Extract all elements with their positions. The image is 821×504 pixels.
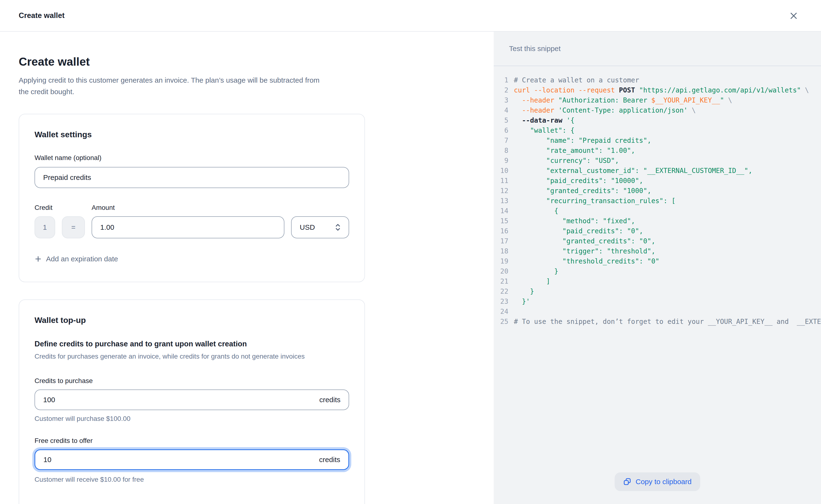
free-helper-text: Customer will receive $10.00 for free xyxy=(35,475,349,484)
close-icon xyxy=(789,11,798,21)
code-line: 19 "threshold_credits": "0" xyxy=(500,256,821,266)
purchase-helper-text: Customer will purchase $100.00 xyxy=(35,414,349,423)
dialog-title: Create wallet xyxy=(19,11,64,20)
code-line: 13 "recurring_transaction_rules": [ xyxy=(500,196,821,206)
code-line: 7 "name": "Prepaid credits", xyxy=(500,136,821,146)
wallet-name-input[interactable] xyxy=(35,167,349,188)
code-line: 15 "method": "fixed", xyxy=(500,216,821,226)
credit-label: Credit xyxy=(35,203,55,212)
close-button[interactable] xyxy=(787,9,801,23)
page-description: Applying credit to this customer generat… xyxy=(19,74,365,97)
code-line: 24 xyxy=(500,307,821,317)
wallet-name-label: Wallet name (optional) xyxy=(35,154,349,162)
wallet-topup-note: Credits for purchases generate an invoic… xyxy=(35,352,349,361)
credits-to-purchase-value[interactable] xyxy=(43,396,319,404)
dialog-header: Create wallet xyxy=(0,0,821,32)
credit-value: 1 xyxy=(43,223,47,231)
code-line: 18 "trigger": "threshold", xyxy=(500,246,821,256)
form-panel: Create wallet Applying credit to this cu… xyxy=(0,32,494,504)
plus-icon xyxy=(35,255,42,263)
code-line: 14 { xyxy=(500,206,821,216)
code-line: 4 --header 'Content-Type: application/js… xyxy=(500,105,821,115)
snippet-title: Test this snippet xyxy=(509,45,560,53)
snippet-header: Test this snippet xyxy=(494,32,821,66)
code-line: 23 }' xyxy=(500,297,821,307)
equals-sign: = xyxy=(71,223,75,231)
equals-box: = xyxy=(62,216,85,238)
wallet-settings-card: Wallet settings Wallet name (optional) C… xyxy=(19,114,365,282)
code-line: 5 --data-raw '{ xyxy=(500,115,821,126)
credits-suffix: credits xyxy=(319,456,340,464)
wallet-topup-card: Wallet top-up Define credits to purchase… xyxy=(19,299,365,504)
code-line: 6 "wallet": { xyxy=(500,126,821,136)
code-line: 1# Create a wallet on a customer xyxy=(500,75,821,85)
copy-to-clipboard-label: Copy to clipboard xyxy=(636,478,692,486)
currency-select[interactable]: USD xyxy=(291,216,349,238)
wallet-topup-title: Wallet top-up xyxy=(35,315,349,325)
credit-amount-row: Credit 1 = Amount xyxy=(35,203,349,238)
wallet-settings-title: Wallet settings xyxy=(35,129,349,140)
currency-value: USD xyxy=(300,223,315,231)
code-lines: 1# Create a wallet on a customer2curl --… xyxy=(500,75,821,327)
page-title: Create wallet xyxy=(19,54,365,69)
credit-value-box: 1 xyxy=(35,216,55,238)
code-line: 2curl --location --request POST "https:/… xyxy=(500,85,821,95)
code-editor[interactable]: 1# Create a wallet on a customer2curl --… xyxy=(494,67,821,504)
amount-label: Amount xyxy=(92,203,284,212)
page-description-line2: the credit bought. xyxy=(19,86,365,97)
code-line: 12 "granted_credits": "1000", xyxy=(500,186,821,196)
copy-icon xyxy=(623,478,631,486)
unfold-chevrons-icon xyxy=(334,223,342,231)
code-line: 25# To use the snippet, don’t forget to … xyxy=(500,317,821,327)
code-line: 21 ] xyxy=(500,276,821,286)
free-credits-input[interactable]: credits xyxy=(35,449,349,470)
amount-input[interactable] xyxy=(92,216,284,238)
spacer-label xyxy=(62,203,85,212)
credits-to-purchase-label: Credits to purchase xyxy=(35,377,349,385)
code-line: 3 --header "Authorization: Bearer $__YOU… xyxy=(500,95,821,105)
credits-suffix: credits xyxy=(319,396,341,404)
copy-to-clipboard-button[interactable]: Copy to clipboard xyxy=(614,472,700,491)
spacer-label xyxy=(291,203,349,212)
free-credits-value[interactable] xyxy=(43,456,319,464)
code-line: 9 "currency": "USD", xyxy=(500,156,821,166)
credits-to-purchase-input[interactable]: credits xyxy=(35,389,349,410)
code-line: 16 "paid_credits": "0", xyxy=(500,226,821,236)
page-description-line1: Applying credit to this customer generat… xyxy=(19,74,365,86)
code-line: 8 "rate_amount": "1.00", xyxy=(500,146,821,156)
code-line: 10 "external_customer_id": "__EXTERNAL_C… xyxy=(500,166,821,176)
code-line: 17 "granted_credits": "0", xyxy=(500,236,821,246)
add-expiration-date-button[interactable]: Add an expiration date xyxy=(35,254,118,264)
add-expiration-date-label: Add an expiration date xyxy=(46,254,118,264)
code-line: 22 } xyxy=(500,286,821,297)
code-line: 20 } xyxy=(500,266,821,276)
free-credits-label: Free credits to offer xyxy=(35,436,349,445)
code-line: 11 "paid_credits": "10000", xyxy=(500,176,821,186)
wallet-topup-subtitle: Define credits to purchase and to grant … xyxy=(35,339,349,349)
snippet-panel: Test this snippet 1# Create a wallet on … xyxy=(494,32,821,504)
